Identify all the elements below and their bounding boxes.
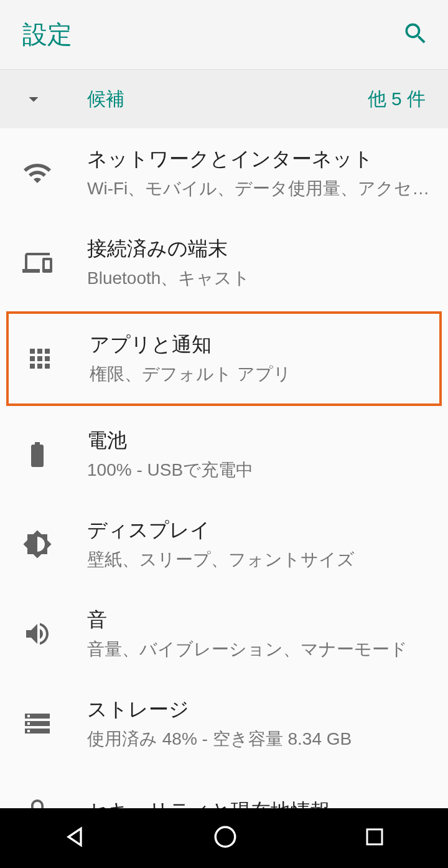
settings-list: ネットワークとインターネット Wi-Fi、モバイル、データ使用量、アクセ… 接続… [0, 128, 448, 858]
svg-point-0 [215, 827, 235, 847]
item-texts: ネットワークとインターネット Wi-Fi、モバイル、データ使用量、アクセ… [87, 146, 431, 200]
item-subtitle: 使用済み 48% - 空き容量 8.34 GB [87, 727, 431, 751]
wifi-icon [22, 158, 87, 188]
apps-icon [25, 344, 90, 374]
item-subtitle: Bluetooth、キャスト [87, 267, 431, 290]
item-title: アプリと通知 [90, 331, 422, 359]
item-apps-notifications[interactable]: アプリと通知 権限、デフォルト アプリ [6, 311, 442, 406]
item-connected-devices[interactable]: 接続済みの端末 Bluetooth、キャスト [0, 218, 448, 308]
item-texts: ディスプレイ 壁紙、スリープ、フォントサイズ [87, 517, 431, 572]
volume-icon [22, 619, 87, 649]
item-title: ストレージ [87, 696, 431, 724]
storage-icon [22, 709, 87, 738]
item-title: ディスプレイ [87, 517, 431, 544]
item-network[interactable]: ネットワークとインターネット Wi-Fi、モバイル、データ使用量、アクセ… [0, 128, 448, 218]
item-texts: 音 音量、バイブレーション、マナーモード [87, 606, 431, 661]
suggestions-bar[interactable]: 候補 他 5 件 [0, 70, 448, 128]
item-subtitle: 壁紙、スリープ、フォントサイズ [87, 548, 431, 572]
app-header: 設定 [0, 0, 448, 70]
item-display[interactable]: ディスプレイ 壁紙、スリープ、フォントサイズ [0, 499, 448, 589]
item-texts: ストレージ 使用済み 48% - 空き容量 8.34 GB [87, 696, 431, 751]
item-battery[interactable]: 電池 100% - USBで充電中 [0, 410, 448, 499]
system-navbar [0, 808, 448, 868]
item-title: 接続済みの端末 [87, 235, 431, 263]
devices-icon [22, 248, 87, 278]
nav-back-icon[interactable] [62, 824, 87, 852]
nav-home-icon[interactable] [212, 824, 238, 852]
suggestions-label: 候補 [87, 87, 368, 112]
item-texts: 電池 100% - USBで充電中 [87, 427, 431, 482]
search-icon[interactable] [402, 20, 429, 50]
item-title: 音 [87, 606, 431, 634]
item-storage[interactable]: ストレージ 使用済み 48% - 空き容量 8.34 GB [0, 679, 448, 768]
item-texts: 接続済みの端末 Bluetooth、キャスト [87, 235, 431, 290]
item-subtitle: 権限、デフォルト アプリ [90, 362, 422, 386]
brightness-icon [22, 529, 87, 559]
page-title: 設定 [22, 17, 72, 52]
item-title: ネットワークとインターネット [87, 146, 431, 173]
item-sound[interactable]: 音 音量、バイブレーション、マナーモード [0, 589, 448, 679]
item-subtitle: 100% - USBで充電中 [87, 458, 431, 482]
nav-recent-icon[interactable] [363, 826, 386, 851]
chevron-down-icon [22, 88, 87, 110]
item-texts: アプリと通知 権限、デフォルト アプリ [90, 331, 422, 386]
item-subtitle: 音量、バイブレーション、マナーモード [87, 638, 431, 661]
item-subtitle: Wi-Fi、モバイル、データ使用量、アクセ… [87, 177, 431, 200]
item-title: 電池 [87, 427, 431, 455]
svg-rect-1 [367, 829, 382, 844]
suggestions-more[interactable]: 他 5 件 [368, 87, 426, 112]
battery-icon [22, 440, 87, 469]
